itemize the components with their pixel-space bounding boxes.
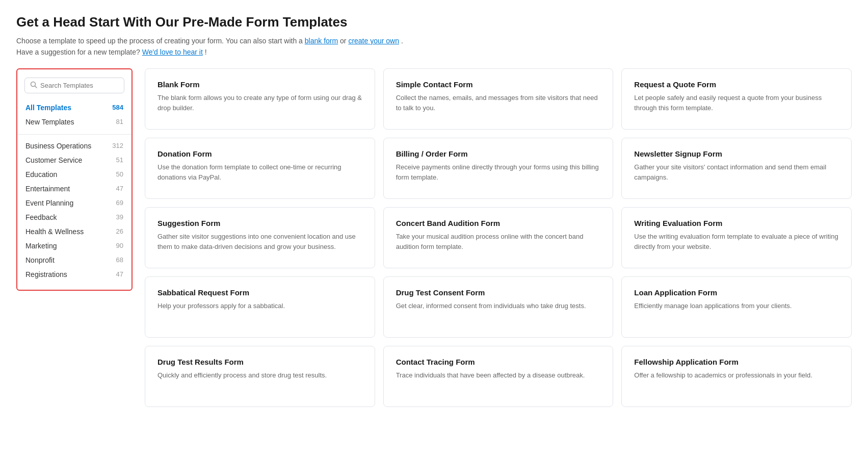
sidebar-cat-label: Nonprofit: [25, 256, 55, 264]
sidebar-cat-label: Event Planning: [25, 199, 73, 207]
template-card-desc: Trace individuals that have been affecte…: [396, 370, 601, 381]
sidebar-cat-count: 39: [116, 213, 123, 221]
template-card-title: Simple Contact Form: [396, 80, 601, 89]
template-card-desc: Offer a fellowship to academics or profe…: [634, 370, 839, 381]
template-card-title: Fellowship Application Form: [634, 358, 839, 366]
template-card[interactable]: Writing Evaluation Form Use the writing …: [621, 207, 852, 268]
sidebar-cat-count: 50: [116, 170, 123, 178]
search-input[interactable]: [40, 82, 119, 89]
sidebar-cat-count: 47: [116, 185, 123, 192]
template-card-desc: Get clear, informed consent from individ…: [396, 301, 601, 311]
page-subtitle: Choose a template to speed up the proces…: [16, 35, 852, 58]
sidebar-item-new-templates[interactable]: New Templates 81: [17, 115, 131, 129]
template-card[interactable]: Drug Test Results Form Quickly and effic…: [145, 346, 375, 407]
template-card[interactable]: Sabbatical Request Form Help your profes…: [145, 276, 375, 338]
template-card-title: Concert Band Audition Form: [396, 219, 601, 227]
template-card[interactable]: Simple Contact Form Collect the names, e…: [383, 68, 614, 130]
suggest-link[interactable]: We'd love to hear it: [142, 48, 203, 56]
sidebar: All Templates 584 New Templates 81 Busin…: [16, 68, 133, 291]
template-card-title: Writing Evaluation Form: [634, 219, 839, 227]
sidebar-cat-label: Entertainment: [25, 185, 70, 193]
template-card[interactable]: Blank Form The blank form allows you to …: [145, 68, 375, 130]
sidebar-item-education[interactable]: Education 50: [17, 167, 131, 182]
search-box[interactable]: [24, 78, 124, 93]
template-card-desc: Collect the names, emails, and messages …: [396, 93, 601, 113]
sidebar-cat-count: 47: [116, 270, 123, 278]
template-card[interactable]: Loan Application Form Efficiently manage…: [621, 276, 852, 338]
template-card[interactable]: Drug Test Consent Form Get clear, inform…: [383, 276, 614, 338]
template-card-title: Contact Tracing Form: [396, 358, 601, 366]
svg-line-1: [35, 86, 37, 88]
template-card-desc: Use the donation form template to collec…: [157, 162, 362, 183]
sidebar-item-health---wellness[interactable]: Health & Wellness 26: [17, 224, 131, 239]
sidebar-item-event-planning[interactable]: Event Planning 69: [17, 196, 131, 210]
template-card-desc: Receive payments online directly through…: [396, 162, 601, 183]
template-card-desc: Efficiently manage loan applications fro…: [634, 301, 839, 311]
sidebar-cat-label: Business Operations: [25, 142, 91, 150]
template-card[interactable]: Suggestion Form Gather site visitor sugg…: [145, 207, 375, 268]
sidebar-count-new: 81: [116, 118, 123, 125]
template-card-desc: Gather site visitor suggestions into one…: [157, 232, 362, 252]
sidebar-item-nonprofit[interactable]: Nonprofit 68: [17, 253, 131, 267]
page-title: Get a Head Start With Our Pre-Made Form …: [16, 14, 852, 30]
sidebar-categories: Business Operations 312 Customer Service…: [17, 139, 131, 282]
template-card-desc: Quickly and efficiently process and stor…: [157, 370, 362, 381]
template-card-title: Newsletter Signup Form: [634, 149, 839, 158]
sidebar-label-all: All Templates: [25, 104, 71, 112]
search-icon: [30, 81, 37, 90]
template-card[interactable]: Concert Band Audition Form Take your mus…: [383, 207, 614, 268]
template-card[interactable]: Contact Tracing Form Trace individuals t…: [383, 346, 614, 407]
template-card[interactable]: Newsletter Signup Form Gather your site …: [621, 138, 852, 199]
sidebar-item-feedback[interactable]: Feedback 39: [17, 210, 131, 224]
sidebar-cat-count: 26: [116, 227, 123, 235]
sidebar-cat-count: 90: [116, 242, 123, 249]
template-card-desc: Let people safely and easily request a q…: [634, 93, 839, 113]
sidebar-count-all: 584: [112, 104, 123, 111]
sidebar-item-entertainment[interactable]: Entertainment 47: [17, 182, 131, 196]
template-card-desc: The blank form allows you to create any …: [157, 93, 362, 113]
sidebar-item-registrations[interactable]: Registrations 47: [17, 267, 131, 282]
template-grid: Blank Form The blank form allows you to …: [145, 68, 852, 407]
sidebar-item-customer-service[interactable]: Customer Service 51: [17, 153, 131, 167]
template-card-desc: Take your musical audition process onlin…: [396, 232, 601, 252]
sidebar-label-new: New Templates: [25, 118, 74, 126]
template-card-title: Drug Test Consent Form: [396, 288, 601, 297]
create-own-link[interactable]: create your own: [348, 37, 399, 45]
template-card-title: Sabbatical Request Form: [157, 288, 362, 297]
page-container: Get a Head Start With Our Pre-Made Form …: [0, 0, 868, 421]
template-card-title: Suggestion Form: [157, 219, 362, 227]
template-card-desc: Gather your site visitors' contact infor…: [634, 162, 839, 183]
sidebar-cat-label: Education: [25, 170, 57, 179]
template-card[interactable]: Donation Form Use the donation form temp…: [145, 138, 375, 199]
sidebar-cat-count: 312: [112, 142, 123, 149]
blank-form-link[interactable]: blank form: [305, 37, 338, 45]
sidebar-item-marketing[interactable]: Marketing 90: [17, 239, 131, 253]
template-card-title: Billing / Order Form: [396, 149, 601, 158]
main-layout: All Templates 584 New Templates 81 Busin…: [16, 68, 852, 407]
sidebar-cat-label: Registrations: [25, 270, 67, 278]
sidebar-cat-label: Feedback: [25, 213, 57, 221]
sidebar-cat-label: Health & Wellness: [25, 227, 84, 236]
template-card-title: Request a Quote Form: [634, 80, 839, 89]
sidebar-cat-label: Customer Service: [25, 156, 82, 164]
sidebar-cat-count: 69: [116, 199, 123, 207]
template-card-desc: Help your professors apply for a sabbati…: [157, 301, 362, 311]
sidebar-item-business-operations[interactable]: Business Operations 312: [17, 139, 131, 153]
template-card-title: Loan Application Form: [634, 288, 839, 297]
template-card[interactable]: Fellowship Application Form Offer a fell…: [621, 346, 852, 407]
template-card[interactable]: Request a Quote Form Let people safely a…: [621, 68, 852, 130]
template-card-title: Drug Test Results Form: [157, 358, 362, 366]
sidebar-cat-label: Marketing: [25, 242, 57, 250]
sidebar-cat-count: 68: [116, 256, 123, 264]
template-card[interactable]: Billing / Order Form Receive payments on…: [383, 138, 614, 199]
sidebar-cat-count: 51: [116, 156, 123, 164]
sidebar-item-all-templates[interactable]: All Templates 584: [17, 100, 131, 115]
template-card-title: Blank Form: [157, 80, 362, 89]
sidebar-divider: [17, 134, 131, 135]
template-card-title: Donation Form: [157, 149, 362, 158]
template-card-desc: Use the writing evaluation form template…: [634, 232, 839, 252]
